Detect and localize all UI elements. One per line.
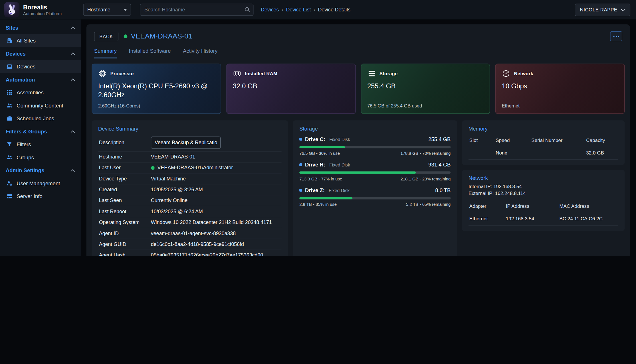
stat-card-title: Network: [514, 71, 534, 76]
row-label: Created: [99, 187, 151, 192]
summary-row-agent-hash: Agent Hash 05ba0e7935171d626ecea29b27d7a…: [98, 250, 282, 256]
description-input[interactable]: [151, 137, 221, 149]
summary-row-last-user: Last User VEEAM-DRAAS-01\Administrator: [98, 162, 282, 173]
row-label: Hostname: [99, 154, 151, 160]
chevron-down-icon: [621, 8, 625, 11]
drive-usage-bar: [299, 146, 451, 149]
row-label: Last Reboot: [99, 209, 151, 214]
network-footer: Ethernet: [502, 103, 618, 108]
device-summary-panel: Device Summary Description Hostname VEEA…: [92, 120, 288, 256]
drive-usage-bar: [299, 197, 451, 200]
breadcrumb-devices[interactable]: Devices: [261, 7, 279, 13]
row-value: 05ba0e7935171d626ecea29b27d7ae175363cd90: [151, 253, 281, 256]
drive-usage-fill: [299, 146, 345, 149]
drive-used: 76.5 GB - 30% in use: [299, 151, 340, 156]
row-value: VEEAM-DRAAS-01\Administrator: [158, 165, 233, 171]
section-label: Admin Settings: [6, 167, 45, 173]
brand-subtitle: Automation Platform: [23, 11, 62, 16]
groups-icon: [6, 154, 13, 160]
sidebar-item-groups[interactable]: Groups: [0, 151, 81, 164]
memory-row: None 32.0 GB: [469, 146, 618, 160]
sidebar-item-server-info[interactable]: Server Info: [0, 190, 81, 202]
chevron-up-icon: [70, 130, 75, 133]
drive-used: 713.3 GB - 77% in use: [299, 176, 342, 181]
rabbit-logo-icon: [6, 4, 18, 16]
stat-card-title: Processor: [110, 71, 134, 76]
tab-activity-history[interactable]: Activity History: [183, 48, 217, 58]
chevron-up-icon: [70, 78, 75, 81]
chevron-up-icon: [70, 169, 75, 172]
summary-row-operating-system: Operating System Windows 10 2022 Datacen…: [98, 217, 282, 228]
processor-footer: 2.60GHz (16-Cores): [98, 103, 215, 108]
drive-usage-fill: [299, 197, 352, 200]
memory-speed: None: [496, 150, 531, 156]
server-icon: [6, 193, 13, 200]
back-button[interactable]: BACK: [94, 31, 118, 41]
summary-row-device-type: Device Type Virtual Machine: [98, 173, 282, 184]
stat-cards: Processor Intel(R) Xeon(R) CPU E5-2690 v…: [92, 64, 625, 114]
tab-installed-software[interactable]: Installed Software: [129, 48, 171, 58]
sidebar-section-sites[interactable]: Sites: [0, 21, 81, 34]
grid-icon: [6, 89, 13, 96]
memory-panel: Memory Slot Speed Serial Number Capacity…: [462, 120, 625, 165]
ellipsis-icon: [618, 36, 619, 37]
chevron-down-icon: [124, 9, 127, 11]
memory-capacity: 32.0 GB: [586, 150, 617, 156]
sidebar-item-label: Groups: [17, 154, 34, 160]
tab-summary[interactable]: Summary: [94, 48, 117, 58]
row-value: 10/03/2025 @ 6:24 AM: [151, 209, 281, 214]
hostname-filter-select[interactable]: Hostname: [83, 4, 131, 16]
search-input[interactable]: [140, 4, 253, 16]
sidebar-item-label: Filters: [17, 141, 31, 147]
sidebar-item-community-content[interactable]: Community Content: [0, 99, 81, 112]
drive-usage-fill: [299, 171, 416, 174]
breadcrumb-current: Device Details: [318, 7, 350, 13]
sidebar-section-automation[interactable]: Automation: [0, 73, 81, 86]
device-header: BACK VEEAM-DRAAS-01: [92, 30, 625, 41]
drive-c: Drive C: Fixed Disk 255.4 GB 76.5 GB - 3…: [299, 136, 451, 156]
row-label: Description: [99, 140, 151, 145]
storage-panel: Storage Drive C: Fixed Disk 255.4 GB 76.…: [293, 120, 457, 256]
row-value: 10/05/2025 @ 3:26 AM: [151, 187, 281, 192]
filter-icon: [6, 141, 13, 148]
drive-type: Fixed Disk: [329, 137, 350, 142]
sidebar-item-all-sites[interactable]: All Sites: [0, 34, 81, 47]
chevron-up-icon: [70, 26, 75, 29]
sidebar-section-filters-groups[interactable]: Filters & Groups: [0, 125, 81, 138]
breadcrumb-device-list[interactable]: Device List: [286, 7, 311, 13]
cpu-icon: [98, 69, 107, 78]
sidebar-item-label: Community Content: [17, 102, 63, 108]
brand-name: Borealis: [23, 4, 62, 11]
sidebar-item-label: Scheduled Jobs: [17, 115, 54, 121]
sidebar-section-admin-settings[interactable]: Admin Settings: [0, 164, 81, 176]
storage-card: Storage 255.4 GB 76.5 GB of 255.4 GB use…: [361, 64, 490, 114]
row-label: Operating System: [99, 220, 151, 225]
briefcase-icon: [6, 115, 13, 122]
panel-title: Storage: [299, 126, 451, 132]
panel-title: Device Summary: [98, 126, 282, 132]
storage-value: 255.4 GB: [367, 82, 477, 91]
sidebar-item-label: All Sites: [17, 37, 36, 43]
user-menu-button[interactable]: NICOLE RAPPE: [575, 3, 630, 16]
topbar: Borealis Automation Platform Hostname De…: [0, 0, 636, 19]
more-actions-button[interactable]: [610, 31, 622, 41]
sidebar-item-assemblies[interactable]: Assemblies: [0, 86, 81, 99]
drive-usage-bar: [299, 171, 451, 174]
right-column: Memory Slot Speed Serial Number Capacity…: [462, 120, 625, 256]
app-root: Borealis Automation Platform Hostname De…: [0, 0, 636, 256]
sidebar-item-user-management[interactable]: User Management: [0, 177, 81, 190]
drive-used: 2.8 TB - 35% in use: [299, 202, 337, 207]
sidebar-item-filters[interactable]: Filters: [0, 138, 81, 151]
sidebar-item-label: User Management: [17, 180, 60, 186]
sidebar-item-scheduled-jobs[interactable]: Scheduled Jobs: [0, 112, 81, 125]
drive-type: Fixed Disk: [329, 188, 350, 193]
panel-title: Network: [469, 175, 618, 181]
sidebar-item-devices[interactable]: Devices: [0, 60, 81, 73]
device-name: VEEAM-DRAAS-01: [131, 32, 192, 40]
section-label: Devices: [6, 51, 26, 57]
drive-size: 931.4 GB: [428, 162, 451, 168]
drive-size: 255.4 GB: [428, 136, 451, 142]
row-value: Currently Online: [151, 198, 281, 204]
sidebar-section-devices[interactable]: Devices: [0, 47, 81, 60]
ram-card: Installed RAM 32.0 GB: [226, 64, 356, 114]
